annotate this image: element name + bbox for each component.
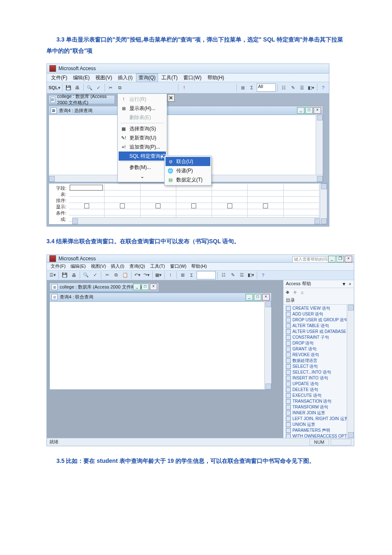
show-table-icon[interactable]: ⊞ (239, 83, 247, 92)
new-object-icon[interactable]: ◧▾ (247, 271, 255, 279)
menu-append-query[interactable]: +! 追加查询(P)... (119, 142, 166, 152)
help-topic-item[interactable]: INNER JOIN 运算 (286, 410, 353, 416)
help-topic-item[interactable]: ALTER TABLE 语句 (286, 323, 353, 329)
minimize-button[interactable]: _ (328, 256, 336, 262)
menu-edit[interactable]: 编辑(E) (68, 263, 88, 270)
cut-icon[interactable]: ✂ (103, 271, 111, 279)
new-object-icon[interactable]: ◧▾ (307, 83, 315, 92)
save-icon[interactable]: 💾 (64, 83, 73, 92)
menubar[interactable]: 文件(F) 编辑(E) 视图(V) 插入(I) 查询(Q) 工具(T) 窗口(W… (47, 73, 329, 82)
build-icon[interactable]: ✎ (289, 83, 297, 92)
menu-window[interactable]: 窗口(W) (168, 263, 189, 270)
spellcheck-icon[interactable]: ✓ (95, 83, 103, 92)
sql-view-button[interactable]: SQL ▾ (49, 83, 61, 92)
menu-run[interactable]: ! 运行(R) (119, 95, 166, 104)
titlebar[interactable]: Microsoft Access 键入需要帮助的问题 _ ❐ × (47, 255, 354, 263)
union-query-window[interactable]: ⊘ 查询4 : 联合查询 _ □ × (49, 293, 272, 390)
submenu-ddl[interactable]: ▤ 数据定义(T) (166, 175, 210, 184)
help-icon[interactable]: ? (259, 271, 267, 279)
menu-view[interactable]: 视图(V) (89, 263, 108, 270)
help-topic-item[interactable]: 数据处理语言 (286, 358, 353, 364)
undo-icon[interactable]: ↶▾ (133, 271, 141, 279)
totals-icon[interactable]: Σ (187, 271, 196, 279)
menu-tools[interactable]: 工具(T) (148, 263, 167, 270)
show-checkbox[interactable] (176, 203, 212, 209)
help-topic-item[interactable]: LEFT JOIN, RIGHT JOIN 运算 (286, 416, 353, 422)
menu-select-query[interactable]: ▦ 选择查询(S) (119, 124, 166, 133)
query-type-icon[interactable]: ▦▾ (154, 271, 163, 279)
help-topic-item[interactable]: ALTER USER 或 DATABASE 语句 (286, 329, 353, 335)
close-button[interactable]: × (262, 294, 270, 301)
field-cell[interactable] (105, 184, 140, 191)
menu-tools[interactable]: 工具(T) (159, 73, 180, 82)
help-topic-item[interactable]: UPDATE 语句 (286, 381, 353, 387)
spellcheck-icon[interactable]: ✓ (91, 271, 99, 279)
print-icon[interactable]: 🖶 (70, 271, 78, 279)
table-cell[interactable] (69, 191, 105, 197)
menu-remove-table[interactable]: 删除表(E) (119, 113, 166, 122)
menu-show-table[interactable]: ⊞ 显示表(H)... (119, 104, 166, 113)
menu-query[interactable]: 查询(Q) (136, 73, 158, 82)
help-topic-item[interactable]: SELECT...INTO 语句 (286, 369, 353, 375)
menu-edit[interactable]: 编辑(E) (71, 73, 92, 82)
query-design-grid[interactable]: 字段: 表: 排序: 显示: 条件: 或: (49, 183, 327, 225)
copy-icon[interactable]: ⧉ (112, 271, 120, 279)
close-button[interactable]: × (314, 107, 321, 114)
db-child-window[interactable]: ⊞ college : 数据库 (Access 2000 文件格式) (49, 95, 115, 104)
vertical-scrollbar[interactable] (264, 301, 271, 389)
help-topic-item[interactable]: DELETE 语句 (286, 387, 353, 393)
panel-menu-icon[interactable]: ▼ (342, 281, 346, 286)
show-table-close-button[interactable]: ✕ (167, 94, 175, 102)
forward-icon[interactable]: ◆ (293, 289, 297, 295)
horizontal-scrollbar[interactable] (72, 217, 320, 224)
show-checkbox[interactable] (141, 203, 176, 209)
field-cell[interactable] (212, 184, 248, 191)
help-topic-item[interactable]: REVOKE 语句 (286, 352, 353, 358)
menu-query[interactable]: 查询(Q) (127, 263, 147, 270)
panel-close-icon[interactable]: × (349, 281, 351, 286)
restore-button[interactable]: ❐ (336, 256, 344, 262)
top-values-select[interactable]: All (257, 83, 276, 92)
minimize-button[interactable]: _ (246, 294, 253, 301)
help-topic-item[interactable]: PARAMETERS 声明 (286, 428, 353, 433)
redo-icon[interactable]: ↷▾ (142, 271, 151, 279)
vertical-scrollbar[interactable] (316, 115, 323, 182)
menu-view[interactable]: 视图(V) (93, 73, 114, 82)
print-icon[interactable]: 🖶 (73, 83, 82, 92)
run-icon[interactable]: ! (166, 271, 175, 279)
totals-icon[interactable]: Σ (248, 83, 256, 92)
field-cell[interactable] (69, 184, 105, 191)
help-topic-item[interactable]: CREATE VIEW 语句 (286, 306, 353, 311)
help-topic-item[interactable]: DROP 语句 (286, 340, 353, 346)
help-topic-item[interactable]: CONSTRAINT 子句 (286, 335, 353, 340)
print-preview-icon[interactable]: 🔍 (85, 83, 94, 92)
home-icon[interactable]: ⌂ (301, 290, 304, 295)
paste-icon[interactable]: 📋 (121, 271, 129, 279)
titlebar[interactable]: Microsoft Access (47, 64, 329, 73)
help-topic-item[interactable]: TRANSACTION 语句 (286, 399, 353, 404)
help-topic-item[interactable]: DROP USER 或 GROUP 语句 (286, 317, 353, 323)
submenu-passthrough[interactable]: 🌐 传递(P) (166, 166, 210, 175)
show-checkbox[interactable] (105, 203, 140, 209)
help-topic-item[interactable]: WITH OWNERACCESS OPTION 声明 (286, 433, 353, 438)
help-topic-item[interactable]: UNION 运算 (286, 422, 353, 428)
field-cell[interactable] (284, 184, 319, 191)
menubar[interactable]: 文件(F) 编辑(E) 视图(V) 插入(I) 查询(Q) 工具(T) 窗口(W… (47, 263, 354, 270)
maximize-button[interactable]: □ (305, 107, 313, 114)
menu-insert[interactable]: 插入(I) (115, 73, 135, 82)
save-icon[interactable]: 💾 (61, 271, 69, 279)
build-icon[interactable]: ✎ (229, 271, 237, 279)
menu-update-query[interactable]: ✎! 更新查询(U) (119, 133, 166, 142)
run-icon[interactable]: ! (180, 83, 188, 92)
show-checkbox[interactable] (212, 203, 248, 209)
menu-help[interactable]: 帮助(H) (205, 73, 227, 82)
show-checkbox[interactable] (69, 203, 105, 209)
db-child-window[interactable]: ⊞ college : 数据库 (Access 2000 文件格式) _ □ × (49, 283, 159, 292)
minimize-button[interactable]: _ (297, 107, 304, 114)
copy-icon[interactable]: ⧉ (116, 83, 124, 92)
close-button[interactable]: × (150, 284, 157, 290)
help-topic-item[interactable]: INSERT INTO 语句 (286, 375, 353, 381)
help-topic-item[interactable]: ADD USER 语句 (286, 311, 353, 317)
maximize-button[interactable]: □ (141, 284, 149, 290)
help-topic-item[interactable]: EXECUTE 语句 (286, 393, 353, 399)
